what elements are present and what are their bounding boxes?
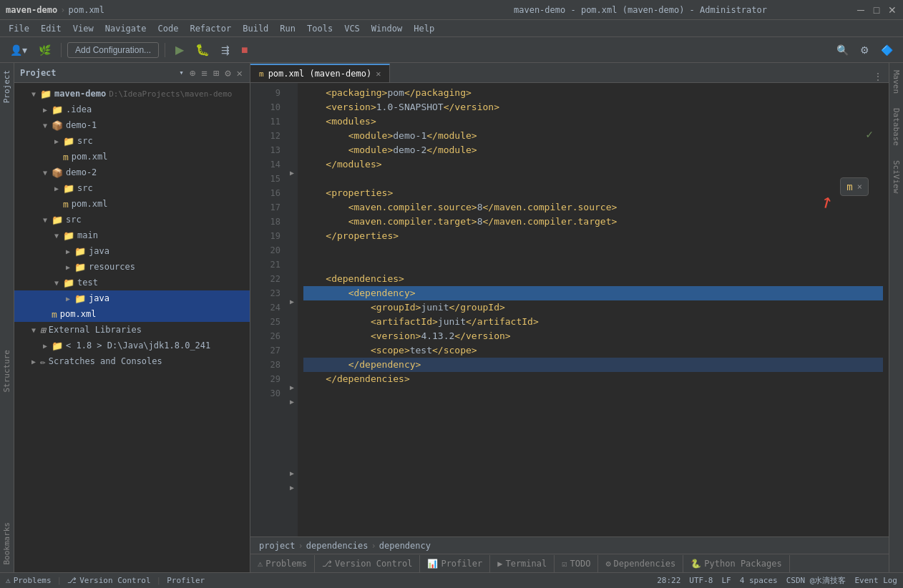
tree-demo1-src[interactable]: ▶ 📁 src [14,133,250,149]
tree-java[interactable]: ▶ 📁 java [14,243,250,259]
tree-root[interactable]: ▼ 📁 maven-demo D:\IdeaProjects\maven-dem… [14,86,250,102]
status-line-sep[interactable]: LF [721,576,731,585]
tab-close-button[interactable]: ✕ [376,69,381,79]
tree-demo1-pom[interactable]: ▶ m pom.xml [14,149,250,165]
minimize-button[interactable]: ─ [856,5,866,15]
gutter-check-mark: ✓ [866,127,873,141]
menu-code[interactable]: Code [152,22,185,35]
tree-idea[interactable]: ▶ 📁 .idea [14,102,250,117]
menu-edit[interactable]: Edit [35,22,67,35]
code-editor[interactable]: 9 10 11 12 13 14 15 16 17 18 19 20 21 22… [250,83,889,536]
tab-profiler[interactable]: 📊 Profiler [420,555,490,572]
tree-test[interactable]: ▼ 📁 test [14,275,250,290]
status-indent[interactable]: 4 spaces [740,576,778,585]
breadcrumb-project[interactable]: project [259,541,296,551]
menu-view[interactable]: View [67,22,99,35]
gutter-fold-16[interactable]: ▶ [286,298,298,305]
tab-dependencies[interactable]: ⚙ Dependencies [598,555,683,572]
status-right: 28:22 UTF-8 LF 4 spaces CSDN @水滴技客 Event… [657,575,897,586]
menu-build[interactable]: Build [237,22,274,35]
status-encoding[interactable]: UTF-8 [689,576,713,585]
breadcrumb-dependency[interactable]: dependency [379,541,431,551]
status-line-col[interactable]: 28:22 [657,576,680,585]
code-line-20 [303,243,883,258]
tab-terminal[interactable]: ▶ Terminal [490,555,555,572]
tab-todo[interactable]: ☑ TODO [555,555,598,572]
code-line-21 [303,258,883,272]
tab-xml-icon: m [259,69,264,79]
status-profiler-bottom[interactable]: Profiler [167,576,205,585]
code-content[interactable]: <packaging>pom</packaging> <version>1.0-… [298,83,889,536]
code-line-27: <scope>test</scope> [303,343,883,358]
expand-all-icon[interactable]: ⊞ [212,66,220,80]
gutter-fold-23[interactable]: ▶ [286,398,298,406]
code-line-12: <module>demo-1</module> [303,129,883,143]
status-event-log[interactable]: Event Log [854,576,897,585]
todo-icon: ☑ [562,559,567,569]
tab-pom-xml[interactable]: m pom.xml (maven-demo) ✕ [250,64,390,82]
close-button[interactable]: ✕ [887,5,897,15]
gutter-fold-22[interactable]: ▶ [286,383,298,391]
settings-button[interactable]: ⚙ [856,41,874,59]
code-line-25: <artifactId>junit</artifactId> [303,315,883,329]
tree-demo2-pom[interactable]: ▶ m pom.xml [14,196,250,212]
tree-demo1[interactable]: ▼ 📦 demo-1 [14,117,250,133]
sidebar-tab-project[interactable]: Project [0,63,14,110]
close-panel-icon[interactable]: ✕ [235,66,244,80]
tree-demo2[interactable]: ▼ 📦 demo-2 [14,165,250,180]
gutter-fold-29[interactable]: ▶ [286,484,298,491]
git-button[interactable]: 🌿 [34,41,55,59]
right-tab-maven[interactable]: Maven [889,63,903,101]
sidebar-tab-bookmarks[interactable]: Bookmarks [0,515,14,572]
tree-external-libs[interactable]: ▼ ⊞ External Libraries [14,322,250,338]
menu-window[interactable]: Window [366,22,408,35]
dependencies-icon: ⚙ [605,559,610,569]
menu-file[interactable]: File [3,22,35,35]
menu-refactor[interactable]: Refactor [184,22,237,35]
tree-root-pom[interactable]: ▶ m pom.xml [14,306,250,322]
profile-button[interactable]: 👤▾ [6,41,31,59]
search-everywhere-button[interactable]: 🔍 [832,41,853,59]
tab-options-button[interactable]: ⋮ [873,71,883,82]
run-button[interactable]: ▶ [171,40,188,59]
debug-button[interactable]: 🐛 [191,40,214,59]
tab-version-control[interactable]: ⎇ Version Control [315,555,420,572]
sidebar-tab-structure[interactable]: Structure [0,343,14,400]
gutter-fold-11[interactable]: ▶ [286,169,298,177]
gutter-fold-28[interactable]: ▶ [286,469,298,477]
right-tab-sciview[interactable]: SciView [889,153,903,200]
code-line-13: <module>demo-2</module> [303,143,883,157]
maximize-button[interactable]: □ [872,5,882,15]
right-tab-database[interactable]: Database [889,101,903,153]
popup-close-button[interactable]: × [857,182,862,192]
tree-scratches[interactable]: ▶ ✏ Scratches and Consoles [14,353,250,369]
menu-run[interactable]: Run [274,22,301,35]
code-line-18: <maven.compiler.target>8</maven.compiler… [303,215,883,229]
file-tree: ▼ 📁 maven-demo D:\IdeaProjects\maven-dem… [14,83,250,572]
tree-resources[interactable]: ▶ 📁 resources [14,259,250,275]
menu-navigate[interactable]: Navigate [99,22,152,35]
tree-test-java[interactable]: ▶ 📁 java [14,290,250,306]
tree-main[interactable]: ▼ 📁 main [14,227,250,243]
maven-popup[interactable]: m × [840,177,869,196]
status-vcs[interactable]: ⎇ Version Control [67,576,150,585]
tab-problems[interactable]: ⚠ Problems [250,555,315,572]
stop-button[interactable]: ■ [237,41,253,59]
add-configuration-button[interactable]: Add Configuration... [67,42,159,58]
popup-maven-icon: m [846,181,852,192]
run-with-coverage[interactable]: ⇶ [217,41,234,59]
tree-src[interactable]: ▼ 📁 src [14,212,250,227]
panel-settings-icon[interactable]: ⚙ [223,66,232,80]
menu-vcs[interactable]: VCS [338,22,366,35]
menu-help[interactable]: Help [408,22,440,35]
locate-file-icon[interactable]: ⊕ [188,66,197,80]
tree-demo2-src[interactable]: ▶ 📁 src [14,180,250,196]
tree-jdk[interactable]: ▶ 📁 < 1.8 > D:\Java\jdk1.8.0_241 [14,338,250,353]
breadcrumb-dependencies[interactable]: dependencies [306,541,368,551]
menu-tools[interactable]: Tools [301,22,338,35]
tab-python-packages[interactable]: 🐍 Python Packages [683,555,789,572]
status-problems[interactable]: ⚠ Problems [6,576,52,585]
collapse-all-icon[interactable]: ≡ [200,66,208,80]
update-button[interactable]: 🔷 [877,41,897,59]
code-line-19: </properties> [303,229,883,243]
